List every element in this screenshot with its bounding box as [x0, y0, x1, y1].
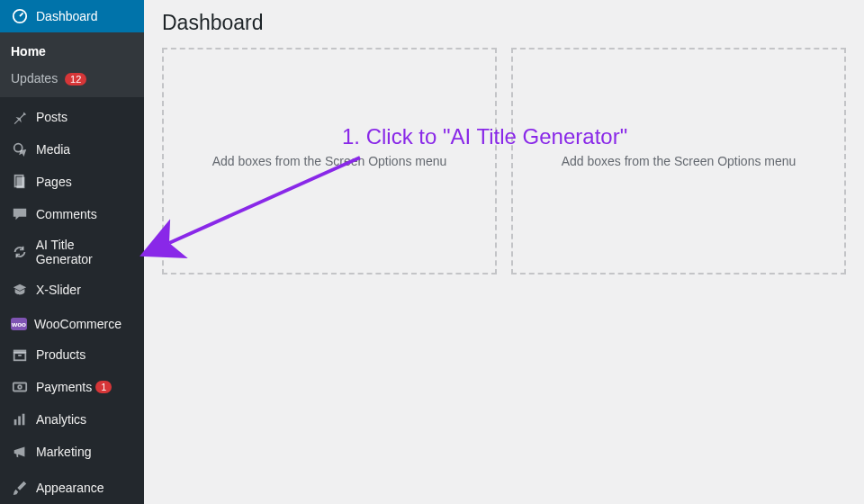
comments-icon: [11, 205, 29, 223]
sidebar-item-woocommerce[interactable]: woo WooCommerce: [0, 310, 144, 338]
sidebar-item-label: Posts: [36, 110, 68, 124]
widget-placeholder-left[interactable]: Add boxes from the Screen Options menu: [162, 48, 497, 274]
sidebar-item-ai-title-generator[interactable]: AI Title Generator: [0, 230, 144, 274]
updates-badge: 12: [65, 73, 86, 86]
money-icon: [11, 378, 29, 396]
media-icon: [11, 140, 29, 158]
svg-rect-11: [22, 414, 25, 426]
sidebar-item-label: Payments: [36, 380, 92, 394]
sidebar-sub-updates-label: Updates: [11, 71, 58, 86]
sidebar-item-xslider[interactable]: X-Slider: [0, 274, 144, 306]
placeholder-text: Add boxes from the Screen Options menu: [212, 154, 447, 168]
sidebar-item-label: Products: [36, 347, 86, 362]
page-title: Dashboard: [162, 0, 846, 48]
svg-rect-3: [16, 177, 24, 189]
pages-icon: [11, 173, 29, 191]
sidebar-item-label: Dashboard: [36, 9, 98, 23]
sidebar-item-pages[interactable]: Pages: [0, 166, 144, 198]
sidebar-item-label: Pages: [36, 175, 72, 189]
woo-icon: woo: [11, 318, 27, 330]
brush-icon: [11, 479, 29, 497]
svg-rect-6: [18, 355, 22, 356]
sidebar-item-media[interactable]: Media: [0, 133, 144, 166]
admin-sidebar: Dashboard Home Updates 12 Posts Media: [0, 0, 144, 504]
main-content: Dashboard Add boxes from the Screen Opti…: [144, 0, 864, 504]
widget-placeholder-right[interactable]: Add boxes from the Screen Options menu: [511, 48, 846, 274]
sidebar-item-posts[interactable]: Posts: [0, 101, 144, 133]
pin-icon: [11, 108, 29, 126]
sidebar-item-label: Appearance: [36, 481, 104, 495]
dashboard-icon: [11, 7, 29, 25]
sidebar-item-label: X-Slider: [36, 283, 81, 297]
sidebar-sub-updates[interactable]: Updates 12: [0, 65, 144, 92]
sidebar-sub-home[interactable]: Home: [0, 38, 144, 65]
sidebar-item-label: Analytics: [36, 412, 86, 427]
svg-rect-7: [14, 383, 26, 392]
sidebar-item-label: WooCommerce: [34, 317, 122, 331]
sidebar-item-comments[interactable]: Comments: [0, 198, 144, 230]
sidebar-item-analytics[interactable]: Analytics: [0, 403, 144, 436]
sidebar-item-label: Media: [36, 142, 70, 157]
sidebar-item-label: Marketing: [36, 445, 91, 459]
payments-badge: 1: [95, 381, 112, 393]
app-root: Dashboard Home Updates 12 Posts Media: [0, 0, 864, 504]
refresh-icon: [11, 243, 29, 261]
svg-rect-9: [14, 419, 17, 425]
sidebar-item-appearance[interactable]: Appearance: [0, 472, 144, 504]
sidebar-item-label: AI Title Generator: [36, 238, 133, 266]
sidebar-item-label: Comments: [36, 207, 97, 221]
sidebar-item-marketing[interactable]: Marketing: [0, 436, 144, 468]
sidebar-item-products[interactable]: Products: [0, 338, 144, 371]
svg-rect-5: [14, 353, 26, 360]
dashboard-widgets: Add boxes from the Screen Options menu A…: [162, 48, 846, 274]
svg-rect-10: [18, 416, 21, 425]
sidebar-item-dashboard[interactable]: Dashboard: [0, 0, 144, 32]
chart-icon: [11, 410, 29, 428]
placeholder-text: Add boxes from the Screen Options menu: [562, 154, 796, 168]
sidebar-submenu-dashboard: Home Updates 12: [0, 32, 144, 97]
svg-point-8: [18, 385, 22, 389]
archive-icon: [11, 346, 29, 364]
cap-icon: [11, 281, 29, 299]
sidebar-item-payments[interactable]: Payments 1: [0, 371, 144, 403]
megaphone-icon: [11, 443, 29, 461]
